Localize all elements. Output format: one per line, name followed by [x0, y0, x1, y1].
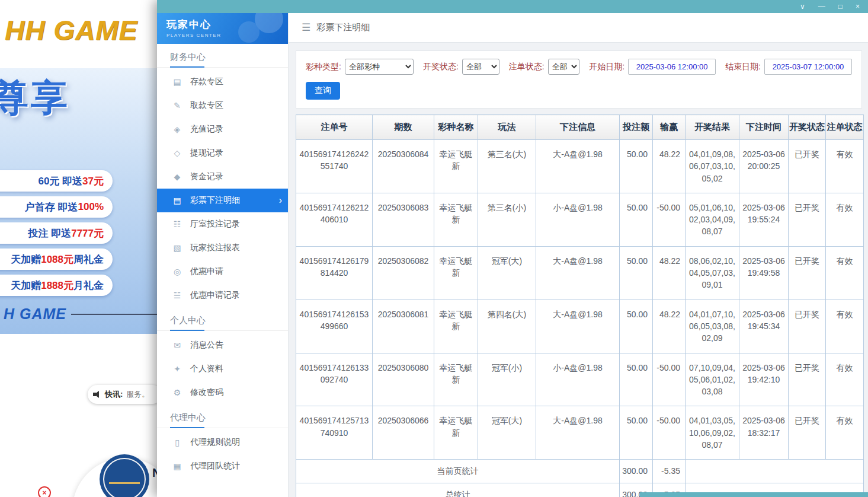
agent-rules-icon: ▯ [172, 438, 182, 447]
news-ticker: 快讯: 服务。 [88, 385, 162, 404]
sidebar-item-announcements[interactable]: ✉消息公告› [157, 333, 288, 357]
search-button[interactable]: 查询 [306, 82, 340, 100]
sidebar-item-agent-rules[interactable]: ▯代理规则说明› [157, 431, 288, 454]
sidebar-section-title: 个人中心 [170, 315, 206, 325]
summary-body: 当前页统计 300.00 -5.35 总统计 300.00 -5.35 [296, 460, 864, 497]
cell-bet_time: 2025-03-06 19:49:58 [739, 246, 789, 300]
cell-play: 冠军(大) [478, 406, 536, 460]
sidebar-item-withdraw-records[interactable]: ◇提现记录› [157, 141, 288, 165]
sidebar-item-bet-details[interactable]: ▤彩票下注明细› [157, 189, 288, 212]
cell-draw_status: 已开奖 [789, 353, 826, 406]
sidebar-item-label: 取款专区 [190, 100, 223, 111]
cell-bet_info: 大-A盘@1.98 [536, 406, 620, 460]
ticker-text: 服务。 [126, 389, 149, 400]
sidebar-section: 个人中心✉消息公告›✦个人资料›⚙修改密码› [157, 307, 288, 404]
player-center-window: ∨ — □ × 玩家中心 PLAYERS CENTER 财务中心▤存款专区›✎取… [157, 0, 868, 497]
sidebar-item-change-password[interactable]: ⚙修改密码› [157, 381, 288, 404]
hamburger-icon[interactable]: ☰ [302, 21, 310, 34]
sidebar-item-profile[interactable]: ✦个人资料› [157, 357, 288, 381]
start-date-input[interactable] [628, 59, 716, 75]
cell-result: 05,01,06,10,02,03,04,09,08,07 [686, 193, 739, 246]
withdraw-records-icon: ◇ [172, 148, 182, 158]
cell-bet_id: 401569174126153499660 [296, 300, 373, 353]
cell-bet_id: 401569174126133092740 [296, 353, 373, 406]
cell-result: 04,01,09,08,06,07,03,10,05,02 [686, 140, 739, 193]
sidebar-item-deposit-zone[interactable]: ▤存款专区› [157, 70, 288, 94]
bet-table-body: 40156917412624255174020250306084幸运飞艇新第三名… [296, 140, 864, 460]
withdraw-zone-icon: ✎ [172, 101, 182, 110]
cell-period: 20250306083 [373, 193, 434, 246]
sidebar-item-label: 玩家投注报表 [190, 243, 240, 253]
sidebar-section-head: 个人中心 [157, 307, 288, 331]
profile-icon: ✦ [172, 364, 182, 374]
promo-pill: 天加赠1088元周礼金 [0, 249, 113, 270]
order-status-select[interactable]: 全部 [548, 59, 579, 75]
col-header-win_loss: 输赢 [653, 115, 686, 140]
cell-play: 第三名(小) [478, 193, 536, 246]
total-summary-label: 总统计 [296, 483, 620, 497]
chevron-right-icon: › [279, 195, 282, 206]
cell-bet_time: 2025-03-06 19:45:34 [739, 300, 789, 353]
cell-period: 20250306084 [373, 140, 434, 193]
col-header-draw_status: 开奖状态 [789, 115, 826, 140]
start-date-label: 开始日期: [589, 62, 624, 72]
window-menu-icon[interactable]: ∨ [800, 3, 805, 10]
sidebar-item-withdraw-zone[interactable]: ✎取款专区› [157, 94, 288, 117]
sidebar-item-label: 消息公告 [190, 340, 223, 351]
sidebar: 玩家中心 PLAYERS CENTER 财务中心▤存款专区›✎取款专区›◈充值记… [157, 13, 289, 497]
draw-status-select[interactable]: 全部 [462, 59, 499, 75]
sidebar-item-recharge-records[interactable]: ◈充值记录› [157, 117, 288, 141]
speaker-icon [93, 391, 101, 398]
screen: HH GAME 尊享 60元 即送37元户首存 即送100%投注 即送7777元… [0, 0, 868, 497]
maximize-button[interactable]: □ [838, 3, 843, 10]
table-row: 40156917412615349966020250306081幸运飞艇新第四名… [296, 300, 864, 353]
table-header-row: 注单号期数彩种名称玩法下注信息投注额输赢开奖结果下注时间开奖状态注单状态 [296, 115, 864, 140]
cell-order_status: 有效 [826, 353, 864, 406]
cell-result: 04,01,07,10,06,05,03,08,02,09 [686, 300, 739, 353]
col-header-bet_id: 注单号 [296, 115, 373, 140]
cell-period: 20250306066 [373, 406, 434, 460]
cell-order_status: 有效 [826, 246, 864, 300]
sidebar-item-label: 优惠申请记录 [190, 290, 240, 301]
end-date-input[interactable] [764, 59, 852, 75]
cell-bet_info: 大-A盘@1.98 [536, 246, 620, 300]
background-page-top: HH GAME [0, 0, 157, 68]
bet-details-icon: ▤ [172, 196, 182, 205]
table-row: 40156917412617981442020250306082幸运飞艇新冠军(… [296, 246, 864, 300]
page-summary-empty [686, 460, 864, 483]
page-title: 彩票下注明细 [316, 22, 370, 33]
chevron-right-icon: › [279, 148, 282, 158]
sidebar-item-funds-records[interactable]: ◆资金记录› [157, 165, 288, 189]
cell-period: 20250306082 [373, 246, 434, 300]
col-header-bet_time: 下注时间 [739, 115, 789, 140]
lottery-type-select[interactable]: 全部彩种 [345, 59, 414, 75]
sidebar-item-label: 存款专区 [190, 77, 223, 87]
draw-status-label: 开奖状态: [423, 62, 459, 72]
deposit-zone-icon: ▤ [172, 77, 182, 87]
sidebar-item-agent-team-stats[interactable]: ▦代理团队统计› [157, 454, 288, 478]
sidebar-item-promo-apply[interactable]: ◎优惠申请› [157, 260, 288, 283]
cell-bet_info: 大-A盘@1.98 [536, 140, 620, 193]
sidebar-item-label: 彩票下注明细 [190, 195, 240, 206]
promo-apply-icon: ◎ [172, 267, 182, 276]
close-button[interactable]: × [856, 3, 860, 10]
cell-win_loss: 48.22 [653, 246, 686, 300]
minimize-button[interactable]: — [818, 3, 825, 10]
sidebar-header: 玩家中心 PLAYERS CENTER [157, 13, 288, 44]
player-bet-report-icon: ▧ [172, 243, 182, 253]
chevron-right-icon: › [279, 171, 282, 182]
table-row: 40156917412621240601020250306083幸运飞艇新第三名… [296, 193, 864, 246]
sidebar-item-player-bet-report[interactable]: ▧玩家投注报表› [157, 236, 288, 260]
page-summary-row: 当前页统计 300.00 -5.35 [296, 460, 864, 483]
window-titlebar: ∨ — □ × [157, 0, 868, 13]
cell-play: 第四名(大) [478, 300, 536, 353]
chevron-right-icon: › [279, 437, 282, 448]
cell-bet_id: 401569174126212406010 [296, 193, 373, 246]
floating-close-icon[interactable]: × [38, 486, 51, 497]
sidebar-item-hall-bet-records[interactable]: ☷厅室投注记录› [157, 212, 288, 236]
sidebar-item-label: 修改密码 [190, 387, 223, 398]
chevron-right-icon: › [279, 124, 282, 135]
col-header-period: 期数 [373, 115, 434, 140]
main-scroll[interactable]: 彩种类型: 全部彩种 开奖状态: 全部 注单状态: 全部 [289, 43, 868, 497]
sidebar-item-promo-apply-records[interactable]: ☱优惠申请记录› [157, 283, 288, 307]
